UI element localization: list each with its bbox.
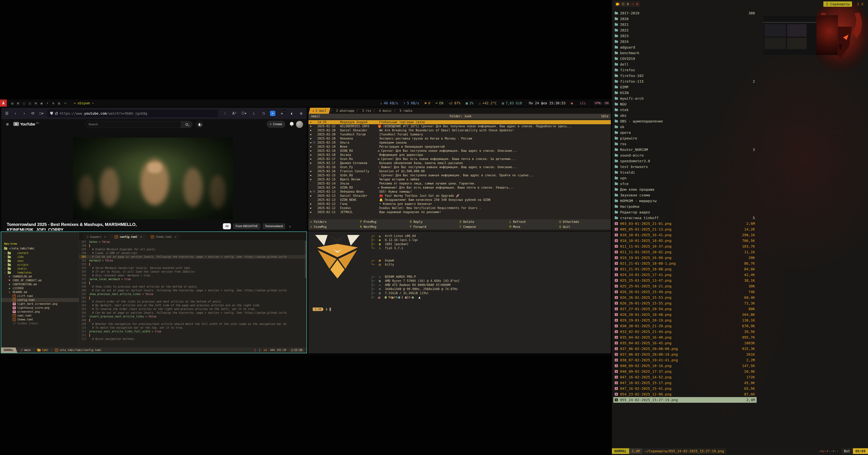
terminal-tab[interactable]: ● 1 mail xyxy=(309,108,331,114)
file-row[interactable]: ▦ 029_29-01-2025_20-19.png 130,1K xyxy=(613,318,757,323)
file-row[interactable]: ▦ xfce xyxy=(613,181,757,187)
message-row[interactable]: 2025-02-14 OZON_RU ✔ Внимание! Для Вас е… xyxy=(308,186,611,190)
message-row[interactable]: ● 2025-02-16 Frances Connolly Donation o… xyxy=(308,169,611,173)
tree-item[interactable]: (7 hidden items) xyxy=(1,322,79,325)
file-row[interactable]: ▦ статистика tinkoff 5 xyxy=(613,215,757,221)
workspace-icon[interactable]: ▢ xyxy=(23,101,25,105)
close-icon[interactable]: × xyxy=(104,235,106,238)
workspace-icon[interactable]: ∿ xyxy=(64,101,67,105)
message-row[interactable]: ● 2025-02-18 OZON_RU ✉ Срочно! Для Вас п… xyxy=(308,149,611,153)
file-row[interactable]: ▦ 011_11-01-2025_16-37.png 103,7K xyxy=(613,243,757,249)
mail-command[interactable]: NNextMsg xyxy=(360,225,410,229)
file-row[interactable]: ▦ 2017-2019 380 xyxy=(613,10,757,16)
file-row[interactable]: ▦ speedometer3.0 xyxy=(613,158,757,164)
file-row[interactable]: ▦ Настройки xyxy=(613,204,757,209)
tree-item[interactable]: ◈LICENSE xyxy=(1,286,79,290)
code-buffer[interactable]: 187katex=false 188 189# Enable Mermaid d… xyxy=(79,240,307,347)
file-row[interactable]: ▦ 021_21-01-2025_18-08-1.png 86,7K xyxy=(613,261,757,266)
file-row[interactable]: ▦ 2020 xyxy=(613,16,757,22)
file-row[interactable]: ▦ 033_02-02-2025_21-44.png 39,5K xyxy=(613,329,757,334)
tracking-shield-icon[interactable] xyxy=(50,112,53,115)
file-row[interactable]: ▦ НОРКОМ - маршруты xyxy=(613,198,757,204)
tree-item[interactable]: Plighthouse_score.png xyxy=(1,306,79,310)
neotree-root[interactable]: ~/zola_tabi/tabi xyxy=(4,247,34,250)
tree-item[interactable]: ›i18n xyxy=(1,255,79,259)
chips-more-icon[interactable]: › xyxy=(289,224,291,228)
file-row[interactable]: ▦ 026_26-01-2025_15-53.png 68,4K xyxy=(613,295,757,300)
message-row[interactable]: ● ⎘ 2025-02-19 Ольга приведем заказы xyxy=(308,140,611,145)
arch-launcher-icon[interactable]: A xyxy=(0,100,7,107)
file-row[interactable]: ▦ opera xyxy=(613,130,757,135)
file-row[interactable]: ▦ adguard xyxy=(613,44,757,50)
terminal-tab[interactable]: 2 whatsapp xyxy=(331,108,357,114)
extensions-gear-icon[interactable]: ⚙ xyxy=(298,111,304,116)
message-row[interactable]: ● 14:35 Медведев Андрей Глобальные торго… xyxy=(308,120,611,124)
message-row[interactable]: ● 2025-02-15 OzOn_RU ! Срочно! Для Вас п… xyxy=(308,173,611,177)
file-row[interactable]: ▦ 047_16-02-2025_15-41.png 65,5K xyxy=(613,386,757,391)
workspace-icon[interactable]: ▥ xyxy=(58,101,60,105)
yazi-tab[interactable]: 1 Скриншоты xyxy=(824,1,852,7)
close-icon[interactable]: × xyxy=(175,235,176,238)
mail-command[interactable]: QQuit xyxy=(559,225,609,229)
file-row[interactable]: ▦ 2023 xyxy=(613,33,757,39)
message-row[interactable]: ● 2025-02-18 Оксана Информация для дирек… xyxy=(308,153,611,157)
message-row[interactable]: ● 2025-02-12 Гала • Клиенты для вашего б… xyxy=(308,202,611,206)
file-row[interactable]: ▦ 040_09-02-2025_10-16.png 147,5K xyxy=(613,363,757,369)
forward-button[interactable]: › xyxy=(21,111,27,116)
message-row[interactable]: ● 2025-02-20 Daniel Shnaider We Are Brea… xyxy=(308,128,611,132)
file-row[interactable]: ▦ Router_NORCOM 3 xyxy=(613,147,757,153)
file-row[interactable]: ▦ Vivaldi xyxy=(613,169,757,175)
file-row[interactable]: ▦ 005_05-01-2025_21-13.png 14,2K xyxy=(613,226,757,232)
mail-command[interactable]: <Folders xyxy=(310,220,360,224)
voice-search-button[interactable] xyxy=(196,121,204,128)
mail-command[interactable]: CCompose xyxy=(460,225,509,229)
tree-item[interactable]: Ttheme.toml xyxy=(1,318,79,322)
privacy-mask-icon[interactable]: ◖ xyxy=(288,111,294,116)
scrollbar[interactable] xyxy=(305,241,306,278)
message-row[interactable]: ● 2025-02-13 Daniel Shnaider 🧰 Your Warm… xyxy=(308,194,611,198)
file-row[interactable]: ▦ Звуковая схема xyxy=(613,192,757,198)
tree-item[interactable]: ✎README.md xyxy=(1,290,79,294)
filter-chip[interactable]: Tomorrowland xyxy=(262,223,285,229)
message-row[interactable]: 2025-02-16 Ozon_Py ! Важно! Для Вас пост… xyxy=(308,165,611,169)
file-row[interactable]: ▦ firefox-102 xyxy=(613,73,757,78)
file-row[interactable]: ▦ 054_23-02-2025_12-06.png 87,6K xyxy=(613,391,757,397)
file-row[interactable]: ▦ dell xyxy=(613,62,757,67)
message-row[interactable]: ● 2025-02-17 Ozon.Ru ✉ Срочно! Для Вас е… xyxy=(308,157,611,161)
mail-command[interactable]: PPrevMsg xyxy=(360,220,410,224)
file-row[interactable]: ▦ KSIN xyxy=(613,90,757,96)
sidebar-toggle-icon[interactable]: ☰ xyxy=(4,111,10,116)
editor-tab[interactable]: ▢bspwmrc× xyxy=(83,234,110,240)
file-row[interactable]: ▦ 019_19-01-2025_16-09.png 20K xyxy=(613,255,757,261)
message-row[interactable]: ● 2025-02-19 Юлия Регистрация и Ликвидац… xyxy=(308,145,611,149)
tree-item[interactable]: ≡CHANGELOG.md xyxy=(1,274,79,279)
zoom-text-icon[interactable]: Aᶻ xyxy=(231,111,238,116)
message-row[interactable]: ● ⎘ 2025-02-13 Лебедева Юлия SOS! Нужна … xyxy=(308,190,611,194)
url-bar[interactable]: https://www.youtube.com/watch?v=5b8A-jgx… xyxy=(47,109,218,117)
editor-tab[interactable]: Tconfig.toml× xyxy=(110,234,145,240)
terminal-tab[interactable]: 4 music xyxy=(374,108,395,114)
search-input[interactable]: Search xyxy=(85,121,181,128)
tree-item[interactable]: ›static xyxy=(1,267,79,271)
file-row[interactable]: ▦ ok xyxy=(613,124,757,130)
tree-item[interactable]: Tconfig.toml xyxy=(1,298,79,302)
message-row[interactable]: ● 2025-02-17 Даниил Сотников Большое обн… xyxy=(308,161,611,165)
file-row[interactable]: ▦ benchmark xyxy=(613,50,757,56)
file-row[interactable]: ▦ sound-micro xyxy=(613,153,757,158)
workspace-icon[interactable]: ⬇ xyxy=(46,101,49,105)
file-row[interactable]: ▦ 035_04-02-2025_16-45.png 1003K xyxy=(613,340,757,346)
yazi-tab[interactable]: 2 X xyxy=(855,1,866,7)
message-row[interactable]: 2025-02-13 OZON_NEWS 🔔 Поздравляем! Вам … xyxy=(308,198,611,202)
file-row[interactable]: ▦ 035_04-02-2025_16-40.png 995,7K xyxy=(613,334,757,340)
mail-command[interactable]: FForward xyxy=(410,225,460,229)
file-row[interactable]: ▦ 026_26-01-2025_15-49.png 74K xyxy=(613,289,757,295)
message-row[interactable]: ● 2025-02-11 JETMAIL Ваш надежный подряд… xyxy=(308,210,611,214)
file-row[interactable]: ▦ 024_24-01-2025_17-41.png 42,4K xyxy=(613,272,757,278)
file-row[interactable]: ▦ 028_28-01-2025_18-48.png 264,8K xyxy=(613,312,757,318)
message-row[interactable]: ● 2025-02-15 Идите Лесом Четыре истории … xyxy=(308,177,611,182)
file-row[interactable]: ▦ 2022 xyxy=(613,27,757,33)
file-row[interactable]: ▦ ntek xyxy=(613,107,757,113)
file-row[interactable]: ▦ GIMP xyxy=(613,84,757,90)
mail-command[interactable]: RReply xyxy=(410,220,460,224)
file-row[interactable]: ▦ Редактор видео xyxy=(613,209,757,215)
